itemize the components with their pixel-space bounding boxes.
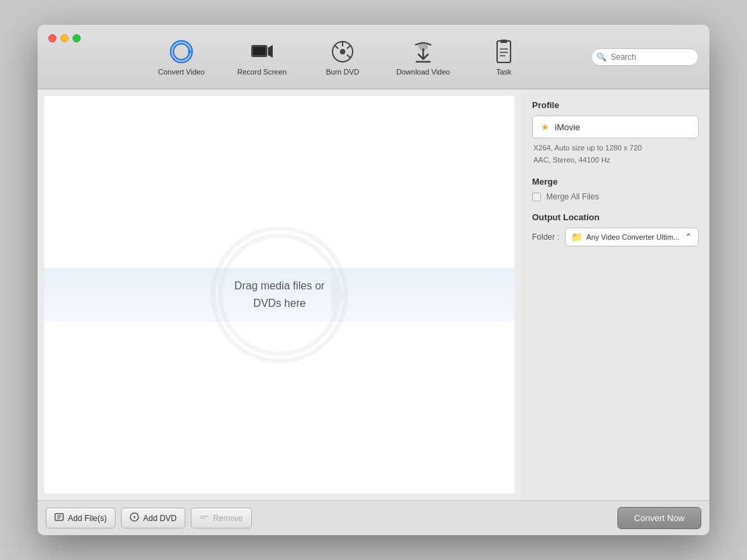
app-window: Convert Video Record Screen xyxy=(38,25,709,535)
svg-rect-13 xyxy=(500,40,507,43)
add-files-icon xyxy=(54,512,64,524)
svg-line-10 xyxy=(335,45,338,48)
drop-text-line2: DVDs here xyxy=(253,297,306,309)
profile-selector[interactable]: ★ iMovie xyxy=(532,115,699,138)
profile-section-title: Profile xyxy=(532,100,699,110)
profile-detail-line1: X264, Auto size up to 1280 x 720 xyxy=(533,142,699,154)
star-icon: ★ xyxy=(541,122,550,132)
merge-section: Merge Merge All Files xyxy=(532,177,699,201)
svg-point-6 xyxy=(340,49,345,54)
toolbar-label-burn-dvd: Burn DVD xyxy=(326,68,359,76)
toolbar-item-download-video[interactable]: Download Video xyxy=(396,38,450,76)
toolbar-item-task[interactable]: Task xyxy=(477,38,531,76)
convert-now-button[interactable]: Convert Now xyxy=(617,507,701,529)
merge-section-title: Merge xyxy=(532,177,699,187)
remove-icon xyxy=(200,512,209,524)
close-button[interactable] xyxy=(48,34,56,42)
search-box: 🔍 xyxy=(591,48,699,66)
main-content: Drag media files or DVDs here Profile ★ … xyxy=(38,89,709,500)
add-files-label: Add File(s) xyxy=(68,514,107,523)
folder-label: Folder : xyxy=(532,232,560,242)
traffic-lights xyxy=(48,34,81,42)
merge-checkbox-row: Merge All Files xyxy=(532,192,699,201)
toolbar-label-task: Task xyxy=(496,68,512,76)
add-files-button[interactable]: Add File(s) xyxy=(46,508,116,528)
svg-rect-4 xyxy=(253,47,265,55)
folder-dropdown-arrow: ⌃ xyxy=(685,232,693,242)
convert-video-icon xyxy=(168,38,195,65)
toolbar-label-record-screen: Record Screen xyxy=(237,68,286,76)
drop-text: Drag media files or DVDs here xyxy=(234,277,324,312)
folder-icon: 📁 xyxy=(571,232,582,242)
merge-label: Merge All Files xyxy=(546,192,599,201)
toolbar-item-record-screen[interactable]: Record Screen xyxy=(235,38,289,76)
remove-label: Remove xyxy=(213,514,243,523)
download-video-icon xyxy=(410,38,437,65)
profile-name: iMovie xyxy=(555,122,690,132)
bottom-bar: Add File(s) Add DVD Remove Convert Now xyxy=(38,500,709,535)
svg-line-9 xyxy=(347,54,351,58)
merge-all-files-checkbox[interactable] xyxy=(532,193,541,201)
remove-button[interactable]: Remove xyxy=(191,508,252,528)
svg-point-24 xyxy=(134,516,136,518)
profile-detail-line2: AAC, Stereo, 44100 Hz xyxy=(533,154,699,167)
svg-rect-25 xyxy=(200,516,208,517)
search-input[interactable] xyxy=(591,48,699,66)
convert-now-label: Convert Now xyxy=(634,513,685,523)
profile-details: X264, Auto size up to 1280 x 720 AAC, St… xyxy=(532,142,699,166)
svg-line-8 xyxy=(347,45,351,48)
output-section-title: Output Location xyxy=(532,212,699,222)
svg-rect-12 xyxy=(497,41,511,62)
folder-selector[interactable]: 📁 Any Video Converter Ultim... ⌃ xyxy=(565,228,699,246)
drop-area[interactable]: Drag media files or DVDs here xyxy=(44,96,515,494)
right-panel: Profile ★ iMovie X264, Auto size up to 1… xyxy=(521,89,709,500)
search-icon: 🔍 xyxy=(597,52,607,62)
task-icon xyxy=(490,38,517,65)
toolbar-item-convert-video[interactable]: Convert Video xyxy=(155,38,208,76)
add-dvd-label: Add DVD xyxy=(143,514,177,523)
svg-marker-3 xyxy=(268,45,273,58)
toolbar-label-convert-video: Convert Video xyxy=(158,68,205,76)
add-dvd-button[interactable]: Add DVD xyxy=(121,508,185,528)
folder-name: Any Video Converter Ultim... xyxy=(586,233,680,241)
toolbar-item-burn-dvd[interactable]: Burn DVD xyxy=(316,38,369,76)
maximize-button[interactable] xyxy=(73,34,81,42)
titlebar: Convert Video Record Screen xyxy=(38,25,709,89)
add-dvd-icon xyxy=(130,512,139,524)
burn-dvd-icon xyxy=(329,38,356,65)
drop-text-line1: Drag media files or xyxy=(234,280,324,291)
toolbar-label-download-video: Download Video xyxy=(396,68,450,76)
record-screen-icon xyxy=(249,38,275,65)
minimize-button[interactable] xyxy=(60,34,69,42)
svg-rect-26 xyxy=(200,518,206,519)
folder-row: Folder : 📁 Any Video Converter Ultim... … xyxy=(532,228,699,246)
profile-section: Profile ★ iMovie X264, Auto size up to 1… xyxy=(532,100,699,166)
toolbar-nav: Convert Video Record Screen xyxy=(94,38,591,76)
output-section: Output Location Folder : 📁 Any Video Con… xyxy=(532,212,699,246)
